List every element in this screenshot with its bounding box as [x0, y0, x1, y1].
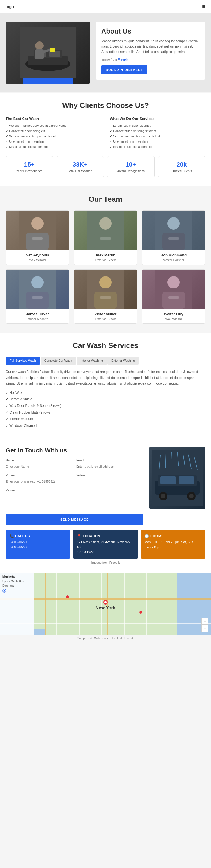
svg-rect-38: [179, 476, 194, 484]
service-tab[interactable]: Full Services Wash: [6, 356, 40, 365]
map-sidebar-title: Manhattan: [2, 575, 32, 578]
info-card-line: 9-800-10-500: [9, 540, 66, 545]
map-zoom-out[interactable]: −: [202, 625, 208, 632]
map-inner: New York Manhattan Upper Manhattan Downt…: [0, 573, 211, 635]
info-card-line: 9-800-10-500: [9, 545, 66, 550]
team-photo: [74, 270, 137, 309]
service-tab[interactable]: Complete Car Wash: [40, 356, 76, 365]
bottom-bar-text: Sample text. Click to select the Text El…: [77, 637, 134, 640]
form-row-phone-subject: Phone Subject: [6, 473, 143, 485]
hero-image: [6, 22, 90, 84]
info-card-title: 📍 LOCATION: [77, 534, 134, 538]
team-photo-svg: [87, 211, 124, 250]
info-card-line: 10010-1020: [77, 550, 134, 555]
bottom-bar: Sample text. Click to select the Text El…: [0, 635, 211, 642]
form-group-phone: Phone: [6, 473, 73, 485]
team-photo-svg: [19, 211, 56, 250]
svg-rect-24: [26, 291, 49, 309]
svg-point-69: [66, 595, 69, 598]
services-title: Car Wash Services: [6, 341, 205, 350]
contact-section: Get In Touch With us Name Email Phone Su…: [0, 438, 211, 573]
svg-rect-37: [161, 476, 176, 484]
phone-input[interactable]: [6, 478, 73, 485]
stat-label: Year Of experience: [10, 169, 48, 173]
book-appointment-button[interactable]: BOOK APPOINTMENT: [101, 65, 147, 74]
svg-rect-16: [94, 233, 117, 250]
info-card-icon: 🕐: [145, 534, 149, 538]
hamburger-icon[interactable]: ≡: [202, 3, 205, 10]
service-list-item: Clean Rubber Mats (2 rows): [6, 410, 205, 415]
info-card-text: 121 Rock Street, 21 Avenue, New York, NY…: [77, 540, 134, 555]
info-card-title: 📞 CALL US: [9, 534, 66, 538]
stat-number: 10+: [112, 161, 150, 168]
info-card-text: Mon - Fri ... 11 am - 8 pm, Sat, Sun ...…: [145, 540, 202, 550]
map-zoom-in[interactable]: +: [202, 618, 208, 625]
team-info: Walter Lilly Wax Wizard: [142, 309, 205, 323]
services-tabs: Full Services WashComplete Car WashInter…: [6, 356, 205, 365]
stat-card: 10+Award Recognitions: [107, 156, 155, 178]
map-navigate-icon: [2, 589, 6, 593]
team-photo: [74, 211, 137, 250]
message-textarea[interactable]: [6, 493, 143, 510]
info-card-line: Mon - Fri ... 11 am - 8 pm, Sat, Sun ...: [145, 540, 202, 545]
svg-point-6: [35, 41, 44, 50]
why-col2-list: Lorem ipsum dolor sit ametConsectetur ad…: [110, 123, 205, 149]
why-col2-list-item: Sed do eiusmod tempor incididunt: [110, 133, 205, 139]
service-tab[interactable]: Exterior Washing: [107, 356, 139, 365]
svg-point-31: [167, 276, 180, 288]
svg-point-19: [167, 217, 180, 229]
info-card-heading: CALL US: [15, 534, 30, 538]
send-message-button[interactable]: SEND MESSAGE: [6, 515, 143, 525]
stat-card: 20kTrusted Clients: [158, 156, 206, 178]
team-member-name: Walter Lilly: [145, 312, 202, 316]
subject-input[interactable]: [76, 478, 143, 485]
why-col2-list-item: Nisi ut aliquip ex ea commodo: [110, 144, 205, 150]
svg-point-40: [161, 494, 166, 498]
stat-number: 20k: [163, 161, 201, 168]
svg-rect-63: [45, 573, 46, 635]
team-grid: Nat Reynolds Wax Wizard Alex Martin Exte…: [6, 211, 205, 324]
why-section: Why Clients Choose Us? The Best Car Wash…: [0, 93, 211, 186]
freepik-link[interactable]: Freepik: [118, 58, 128, 61]
svg-point-42: [189, 494, 194, 498]
name-label: Name: [6, 459, 73, 462]
team-info: Nat Reynolds Wax Wizard: [6, 250, 69, 265]
hero-image-credit: Image from Freepik: [101, 57, 200, 62]
team-photo-svg: [19, 270, 56, 309]
form-row-name-email: Name Email: [6, 459, 143, 470]
stat-label: Total Car Washed: [61, 169, 99, 173]
subject-label: Subject: [76, 473, 143, 477]
services-section: Car Wash Services Full Services WashComp…: [0, 333, 211, 438]
message-label: Message: [6, 489, 143, 492]
team-photo-svg: [87, 270, 124, 309]
why-col1-list-item: Ut enim ad minim veniam: [6, 139, 101, 144]
team-member-name: James Oliver: [9, 312, 66, 316]
team-member-role: Exterior Expert: [77, 317, 134, 320]
info-card: 📞 CALL US 9-800-10-5009-800-10-500: [6, 530, 70, 559]
form-group-message: Message: [6, 489, 143, 511]
email-input[interactable]: [76, 463, 143, 470]
svg-rect-55: [56, 573, 57, 635]
team-card: James Oliver Interior Maestro: [6, 269, 69, 324]
why-col2-list-item: Ut enim ad minim veniam: [110, 139, 205, 144]
contact-image: [149, 447, 205, 509]
team-card: Bob Richmond Master Polisher: [142, 211, 205, 265]
team-member-name: Bob Richmond: [145, 253, 202, 257]
header: logo ≡: [0, 0, 211, 13]
svg-point-27: [99, 276, 112, 288]
info-card-heading: LOCATION: [83, 534, 100, 538]
team-member-role: Master Polisher: [145, 258, 202, 262]
map-sidebar: Manhattan Upper Manhattan Downtown: [0, 573, 34, 635]
stat-number: 15+: [10, 161, 48, 168]
hero-content: About Us Massa ultrices mi quis hendreri…: [96, 22, 205, 80]
why-col1-list-item: Consectetur adipiscing elit: [6, 128, 101, 134]
svg-point-23: [31, 276, 44, 288]
svg-rect-56: [79, 573, 80, 635]
hero-img-svg: [20, 27, 76, 78]
service-tab[interactable]: Interior Washing: [76, 356, 107, 365]
why-col-1: The Best Car Wash We offer multiple serv…: [6, 117, 101, 149]
name-input[interactable]: [6, 463, 73, 470]
team-member-name: Nat Reynolds: [9, 253, 66, 257]
why-col1-list-item: Sed do eiusmod tempor incididunt: [6, 133, 101, 139]
hero-image-inner: [6, 22, 90, 84]
